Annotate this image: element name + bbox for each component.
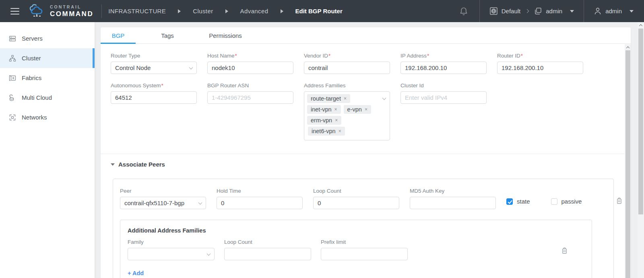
- scrollbar-thumb[interactable]: [638, 29, 643, 214]
- cluster-icon: [9, 55, 16, 62]
- autonomous-system-input[interactable]: [111, 91, 197, 104]
- breadcrumb-section[interactable]: INFRASTRUCTURE: [108, 8, 166, 14]
- passive-checkbox-label: passive: [561, 198, 582, 205]
- hold-time-label: Hold Time: [217, 188, 303, 194]
- bgp-router-asn-input[interactable]: [207, 91, 293, 104]
- additional-loop-count-input[interactable]: [224, 248, 311, 260]
- peer-label: Peer: [120, 188, 206, 194]
- state-checkbox[interactable]: [506, 198, 513, 205]
- cluster-id-input[interactable]: [400, 91, 487, 104]
- breadcrumb-arrow-icon: [281, 9, 283, 13]
- peer-loop-count-label: Loop Count: [313, 188, 399, 194]
- host-name-label: Host Name*: [207, 53, 293, 59]
- ip-address-input[interactable]: [400, 62, 487, 74]
- edit-bgp-router-panel: BGP Tags Permissions Router Type Control…: [101, 27, 631, 278]
- chip-remove-icon[interactable]: ×: [334, 107, 337, 112]
- tab-permissions[interactable]: Permissions: [201, 27, 250, 43]
- sidebar-item-cluster[interactable]: Cluster: [0, 48, 95, 68]
- associate-peers-title: Associate Peers: [118, 161, 165, 168]
- user-name: admin: [605, 8, 622, 14]
- router-type-select[interactable]: Control Node: [111, 62, 197, 74]
- breadcrumb-item-cluster[interactable]: Cluster: [193, 8, 213, 14]
- sidebar-item-label: Servers: [22, 35, 43, 42]
- notifications-bell-icon[interactable]: [459, 6, 468, 16]
- sidebar-item-fabrics[interactable]: Fabrics: [0, 68, 95, 88]
- address-family-chip: inet6-vpn×: [308, 127, 345, 136]
- hold-time-input[interactable]: [217, 197, 303, 209]
- tab-bgp[interactable]: BGP: [101, 27, 136, 43]
- breadcrumb-item-advanced[interactable]: Advanced: [240, 8, 268, 14]
- user-icon: [594, 7, 602, 15]
- md5-auth-key-label: MD5 Auth Key: [410, 188, 496, 194]
- chip-remove-icon[interactable]: ×: [365, 107, 367, 112]
- address-family-chip: route-target×: [307, 94, 350, 103]
- associate-peers-toggle[interactable]: Associate Peers: [111, 161, 624, 168]
- address-family-chip: e-vpn×: [344, 105, 371, 114]
- required-mark: *: [521, 53, 523, 59]
- autonomous-system-label: Autonomous System*: [111, 82, 197, 89]
- left-sidebar: Servers Cluster Fabrics: [0, 22, 95, 278]
- sidebar-item-servers[interactable]: Servers: [0, 29, 95, 48]
- peer-select[interactable]: contrail-qfx5110-7-bgp: [120, 197, 206, 209]
- servers-icon: [9, 35, 16, 42]
- peer-value: contrail-qfx5110-7-bgp: [124, 200, 184, 206]
- passive-checkbox-group[interactable]: passive: [551, 198, 582, 205]
- domain-project-switcher[interactable]: Default admin: [479, 0, 584, 22]
- sidebar-item-label: Multi Cloud: [22, 94, 52, 101]
- delete-address-family-icon[interactable]: [561, 247, 568, 255]
- family-select[interactable]: [128, 248, 215, 260]
- header-divider: [101, 4, 102, 18]
- networks-icon: [9, 114, 16, 121]
- state-checkbox-group[interactable]: state: [506, 198, 530, 205]
- chip-remove-icon[interactable]: ×: [335, 118, 338, 123]
- vendor-id-input[interactable]: [304, 62, 390, 74]
- state-checkbox-label: state: [517, 198, 530, 205]
- chip-remove-icon[interactable]: ×: [344, 96, 347, 101]
- passive-checkbox[interactable]: [551, 198, 557, 205]
- top-navigation-bar: CONTRAIL COMMAND INFRASTRUCTURE Cluster …: [0, 0, 644, 22]
- brand-logo[interactable]: CONTRAIL COMMAND: [28, 4, 93, 19]
- user-menu[interactable]: admin: [584, 0, 644, 22]
- host-name-input[interactable]: [207, 62, 293, 74]
- sidebar-item-networks[interactable]: Networks: [0, 107, 95, 127]
- address-families-label: Address Families: [304, 82, 390, 89]
- fabrics-icon: [9, 74, 16, 82]
- scrollbar-thumb[interactable]: [625, 50, 630, 278]
- required-mark: *: [328, 53, 330, 59]
- md5-auth-key-input[interactable]: [410, 197, 496, 209]
- vendor-id-label: Vendor ID*: [304, 53, 390, 59]
- prefix-limit-label: Prefix limit: [321, 239, 408, 245]
- breadcrumb-arrow-icon: [178, 9, 181, 13]
- address-families-multiselect[interactable]: route-target× inet-vpn× e-vpn× erm-vpn× …: [304, 91, 390, 140]
- section-divider: [101, 154, 624, 154]
- bgp-router-asn-label: BGP Router ASN: [207, 82, 293, 89]
- add-address-family-link[interactable]: + Add: [128, 270, 144, 276]
- scroll-up-button[interactable]: [638, 22, 644, 29]
- router-id-label: Router ID*: [497, 53, 583, 59]
- chevron-down-icon: [207, 251, 211, 255]
- prefix-limit-input[interactable]: [321, 248, 408, 260]
- chevron-right-icon: [525, 9, 529, 13]
- tab-tags[interactable]: Tags: [151, 27, 184, 43]
- additional-address-families-panel: Additional Address Families Family Loop …: [120, 220, 592, 278]
- router-type-value: Control Node: [115, 64, 151, 71]
- form-scrollbar[interactable]: [625, 44, 631, 278]
- cluster-id-label: Cluster Id: [400, 82, 487, 89]
- router-id-input[interactable]: [497, 62, 583, 74]
- chevron-down-icon: [382, 96, 386, 100]
- delete-peer-icon[interactable]: [615, 197, 623, 205]
- hamburger-menu-icon[interactable]: [10, 8, 19, 14]
- domain-name: Default: [502, 8, 521, 14]
- scroll-up-button[interactable]: [625, 44, 631, 50]
- brand-line-command: COMMAND: [50, 10, 93, 17]
- page-scrollbar[interactable]: [638, 22, 644, 278]
- bgp-form: Router Type Control Node Host Name* Vend…: [101, 44, 624, 278]
- domain-icon: [489, 7, 498, 15]
- additional-loop-count-label: Loop Count: [224, 239, 311, 245]
- sidebar-item-multi-cloud[interactable]: Multi Cloud: [0, 88, 95, 107]
- peer-loop-count-input[interactable]: [313, 197, 399, 209]
- required-mark: *: [235, 53, 237, 59]
- chip-remove-icon[interactable]: ×: [339, 129, 341, 134]
- address-family-chip: erm-vpn×: [307, 116, 341, 125]
- address-family-chip: inet-vpn×: [307, 105, 341, 114]
